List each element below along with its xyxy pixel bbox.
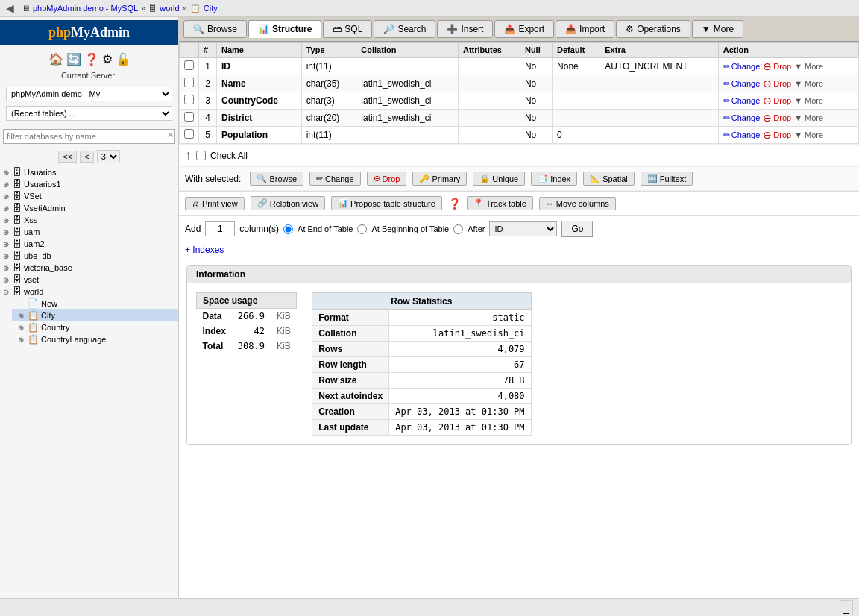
help-icon[interactable]: ❓ xyxy=(84,52,99,66)
home-icon[interactable]: 🏠 xyxy=(48,52,63,66)
tab-more[interactable]: ▼ More xyxy=(692,20,743,38)
with-selected-browse[interactable]: 🔍 Browse xyxy=(250,172,303,186)
collapse-sidebar-btn[interactable]: ◀ xyxy=(6,2,14,14)
breadcrumb-table[interactable]: City xyxy=(204,4,218,13)
drop-link[interactable]: ⊖ Drop xyxy=(763,129,791,141)
row-checkbox[interactable] xyxy=(184,78,194,87)
sidebar-item-usuarios[interactable]: ⊕ 🗄 Usuarios xyxy=(0,166,178,178)
sidebar-item-country[interactable]: ⊕ 📋 Country xyxy=(12,321,178,333)
sidebar-item-victoria-base[interactable]: ⊕ 🗄 victoria_base xyxy=(0,262,178,274)
tab-import[interactable]: 📥 Import xyxy=(556,20,614,38)
indexes-link[interactable]: + Indexes xyxy=(185,245,224,255)
print-view-btn[interactable]: 🖨 Print view xyxy=(185,197,245,210)
at-beginning-radio[interactable] xyxy=(357,224,367,234)
add-column-count-input[interactable]: 1 xyxy=(205,221,235,236)
add-label: Add xyxy=(185,224,201,234)
page-select[interactable]: 3 xyxy=(97,150,120,163)
sidebar-item-world[interactable]: ⊖ 🗄 world xyxy=(0,286,178,298)
go-button[interactable]: Go xyxy=(561,221,593,237)
change-link[interactable]: ✏ Change xyxy=(723,62,761,72)
breadcrumb-db[interactable]: world xyxy=(160,4,179,13)
move-columns-btn[interactable]: ↔ Move columns xyxy=(539,197,616,210)
header-attributes[interactable]: Attributes xyxy=(459,43,520,58)
sidebar-item-label: Xss xyxy=(24,216,37,224)
change-link[interactable]: ✏ Change xyxy=(723,131,761,140)
tab-structure[interactable]: 📊 Structure xyxy=(248,20,321,38)
header-extra[interactable]: Extra xyxy=(600,43,718,58)
at-end-radio[interactable] xyxy=(283,224,293,234)
change-link[interactable]: ✏ Change xyxy=(723,79,761,89)
drop-link[interactable]: ⊖ Drop xyxy=(763,78,791,89)
with-selected-spatial[interactable]: 📐 Spatial xyxy=(583,172,635,186)
filter-clear-btn[interactable]: ✕ xyxy=(167,131,174,140)
more-link[interactable]: ▼ More xyxy=(794,62,823,71)
tab-insert[interactable]: ➕ Insert xyxy=(437,20,493,38)
page-prev-prev-btn[interactable]: << xyxy=(58,151,77,163)
tab-operations[interactable]: ⚙ Operations xyxy=(616,20,690,38)
row-checkbox[interactable] xyxy=(184,129,194,139)
col-action: ✏ Change ⊖ Drop ▼ More xyxy=(718,127,858,144)
settings-icon[interactable]: ⚙ xyxy=(102,52,113,66)
with-selected-drop[interactable]: ⊖ Drop xyxy=(367,172,407,186)
header-collation[interactable]: Collation xyxy=(356,43,459,58)
sidebar-item-usuarios1[interactable]: ⊕ 🗄 Usuarios1 xyxy=(0,178,178,190)
sidebar-item-uam2[interactable]: ⊕ 🗄 uam2 xyxy=(0,238,178,250)
row-checkbox[interactable] xyxy=(184,95,194,104)
tab-search[interactable]: 🔎 Search xyxy=(374,20,435,38)
db-icon: 🗄 xyxy=(13,251,22,261)
sidebar-item-vset[interactable]: ⊕ 🗄 VSet xyxy=(0,190,178,202)
sidebar-item-xss[interactable]: ⊕ 🗄 Xss xyxy=(0,214,178,226)
primary-icon: 🔑 xyxy=(419,174,430,183)
expand-icon: ⊕ xyxy=(3,192,10,201)
drop-link[interactable]: ⊖ Drop xyxy=(763,60,791,72)
sidebar-item-uam[interactable]: ⊕ 🗄 uam xyxy=(0,226,178,238)
change-link[interactable]: ✏ Change xyxy=(723,96,761,106)
refresh-icon[interactable]: 🔄 xyxy=(66,52,81,66)
drop-circle-icon: ⊖ xyxy=(763,78,772,89)
breadcrumb-server[interactable]: phpMyAdmin demo - MySQL xyxy=(33,4,138,13)
sidebar-item-ube-db[interactable]: ⊕ 🗄 ube_db xyxy=(0,250,178,262)
page-prev-btn[interactable]: < xyxy=(80,151,93,163)
more-link[interactable]: ▼ More xyxy=(794,113,823,122)
tab-export[interactable]: 📤 Export xyxy=(494,20,554,38)
row-checkbox[interactable] xyxy=(184,112,194,122)
recent-tables-select[interactable]: (Recent tables) ... xyxy=(6,106,172,121)
expand-icon: ⊕ xyxy=(3,228,10,236)
sidebar-item-countrylanguage[interactable]: ⊕ 📋 CountryLanguage xyxy=(12,333,178,345)
after-radio[interactable] xyxy=(453,224,463,234)
with-selected-index[interactable]: 📑 Index xyxy=(531,172,577,186)
sidebar-item-city[interactable]: ⊕ 📋 City xyxy=(12,309,178,321)
sidebar-item-new[interactable]: 📄 New xyxy=(12,298,178,309)
header-name[interactable]: Name xyxy=(217,43,302,58)
filter-input[interactable] xyxy=(3,129,175,144)
server-select[interactable]: phpMyAdmin demo - My xyxy=(6,87,172,101)
tab-sql[interactable]: 🗃 SQL xyxy=(323,20,372,38)
check-all-checkbox[interactable] xyxy=(196,151,206,160)
more-link[interactable]: ▼ More xyxy=(794,131,823,139)
sidebar-item-vseti[interactable]: ⊕ 🗄 vseti xyxy=(0,274,178,286)
more-link[interactable]: ▼ More xyxy=(794,79,823,88)
tab-browse[interactable]: 🔍 Browse xyxy=(183,20,247,38)
with-selected-change[interactable]: ✏ Change xyxy=(309,172,361,186)
sidebar-item-vsetiadmin[interactable]: ⊕ 🗄 VsetiAdmin xyxy=(0,202,178,214)
drop-link[interactable]: ⊖ Drop xyxy=(763,112,791,124)
relation-view-btn[interactable]: 🔗 Relation view xyxy=(251,196,325,210)
header-type[interactable]: Type xyxy=(301,43,356,58)
change-link[interactable]: ✏ Change xyxy=(723,113,761,123)
with-selected-primary[interactable]: 🔑 Primary xyxy=(412,172,467,186)
breadcrumb-bar: ◀ 🖥 phpMyAdmin demo - MySQL » 🗄 world » … xyxy=(0,0,859,17)
header-default[interactable]: Default xyxy=(553,43,600,58)
after-column-select[interactable]: ID Name CountryCode District Population xyxy=(489,221,557,236)
print-icon: 🖨 xyxy=(192,199,200,208)
track-table-btn[interactable]: 📍 Track table xyxy=(467,196,533,210)
header-null[interactable]: Null xyxy=(520,43,552,58)
drop-link[interactable]: ⊖ Drop xyxy=(763,95,791,107)
add-column-row: Add 1 column(s) At End of Table At Begin… xyxy=(179,216,859,242)
logout-icon[interactable]: 🔓 xyxy=(116,52,130,66)
propose-table-structure-btn[interactable]: 📊 Propose table structure xyxy=(331,196,442,210)
more-link[interactable]: ▼ More xyxy=(794,96,823,105)
collapse-bottom-btn[interactable]: _ xyxy=(840,600,853,615)
with-selected-fulltext[interactable]: 🔤 Fulltext xyxy=(641,172,693,186)
row-checkbox[interactable] xyxy=(184,60,194,70)
with-selected-unique[interactable]: 🔒 Unique xyxy=(473,172,525,186)
